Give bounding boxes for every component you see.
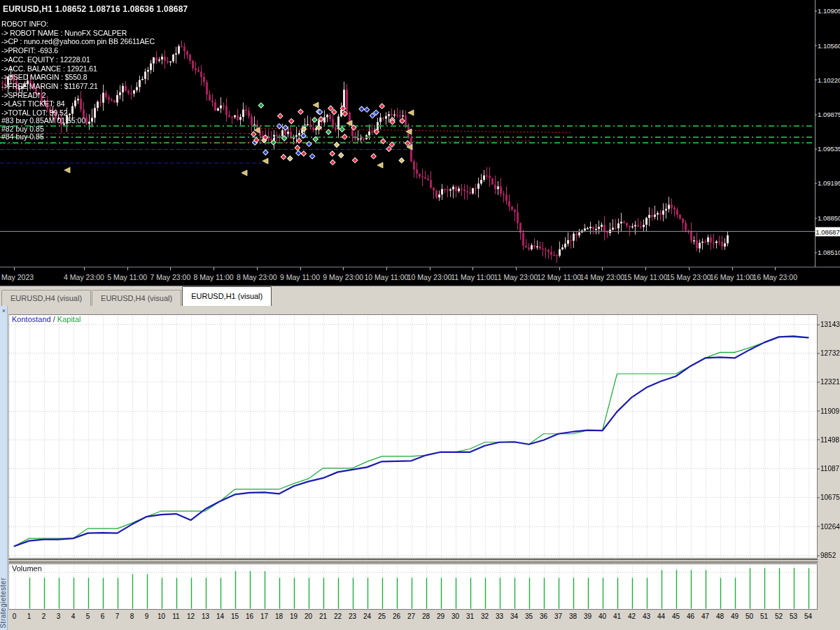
trade-index-label: 53 [790, 612, 797, 620]
equity-tick-label: 10675 [820, 493, 840, 501]
time-axis-tick [214, 267, 214, 270]
chart-tab-active[interactable]: EURUSD,H1 (visual) [182, 286, 272, 306]
trade-index-label: 50 [746, 612, 753, 620]
equity-tick-label: 11909 [820, 407, 839, 414]
legend-kontostand: Kontostand [12, 315, 51, 323]
trade-index-label: 5 [86, 612, 90, 620]
trade-index-label: 47 [701, 612, 709, 620]
price-chart-panel: EURUSD,H1 1.08652 1.08716 1.08636 1.0868… [0, 0, 840, 267]
price-tick-label: 1.09875 [818, 111, 840, 118]
time-axis-tick [472, 267, 473, 270]
trade-index-label: 38 [569, 612, 577, 620]
symbol-ohlc-readout: EURUSD,H1 1.08652 1.08716 1.08636 1.0868… [3, 4, 188, 14]
robot-info-overlay: ROBOT INFO: -> ROBOT NAME : NunoFX SCALP… [1, 20, 155, 118]
time-axis[interactable]: May 20234 May 23:005 May 11:007 May 23:0… [0, 267, 840, 286]
trade-index-label: 15 [231, 612, 239, 620]
trade-index-label: 51 [760, 612, 768, 620]
trade-index-label: 18 [275, 612, 283, 620]
trade-index-label: 7 [115, 612, 120, 620]
time-axis-tick [300, 267, 301, 270]
time-axis-tick [602, 267, 603, 270]
time-axis-tick [430, 267, 430, 270]
time-axis-label: 15 May 23:00 [666, 273, 711, 281]
price-tick-label: 1.10220 [818, 76, 840, 83]
time-axis-label: 14 May 23:00 [580, 273, 625, 281]
trade-index-label: 41 [613, 612, 621, 620]
time-axis-tick [689, 267, 690, 270]
time-axis-label: 5 May 11:00 [107, 273, 147, 281]
time-axis-label: 10 May 11:00 [364, 273, 408, 281]
price-tick-label: 1.09195 [818, 179, 840, 187]
trade-index-label: 2 [42, 612, 46, 620]
trade-index-label: 48 [716, 612, 724, 620]
trade-index-label: 19 [290, 612, 298, 620]
tester-sidebar[interactable]: × Strategietester [0, 306, 8, 630]
trade-index-label: 24 [363, 612, 371, 620]
time-axis-label: 16 May 23:00 [752, 273, 797, 281]
time-axis-tick [559, 267, 560, 270]
equity-tick-label: 13143 [820, 321, 840, 328]
price-tick-label: 1.10560 [818, 41, 840, 49]
time-axis-tick [84, 267, 85, 270]
trade-index-label: 27 [407, 612, 415, 620]
trade-index-label: 34 [510, 612, 518, 620]
time-axis-tick [386, 267, 387, 270]
trade-index-label: 32 [481, 612, 489, 620]
chart-tab-strip: EURUSD,H4 (visual)EURUSD,H4 (visual)EURU… [0, 286, 840, 306]
tester-sidebar-label: Strategietester [0, 578, 7, 629]
trade-index-label: 40 [598, 612, 606, 620]
trade-index-label: 25 [378, 612, 386, 620]
price-tick-label: 1.08510 [818, 248, 840, 256]
trade-index-label: 39 [584, 612, 592, 620]
equity-legend: Kontostand / Kapital [12, 315, 80, 323]
equity-tick-label: 11087 [820, 465, 839, 472]
legend-kapital: Kapital [57, 315, 81, 323]
equity-value-axis: 1314312732123211190911498110871067510264… [820, 306, 840, 630]
trade-index-label: 28 [422, 612, 430, 620]
time-axis-label: 8 May 11:00 [194, 273, 234, 281]
trade-index-label: 17 [260, 612, 268, 620]
trade-index-label: 4 [71, 612, 76, 620]
trade-index-label: 11 [172, 612, 179, 620]
time-axis-tick [343, 267, 344, 270]
time-axis-label: 8 May 23:00 [237, 273, 277, 281]
time-axis-tick [170, 267, 171, 270]
legend-separator: / [51, 315, 57, 323]
trade-index-label: 8 [130, 612, 134, 620]
time-axis-label: 9 May 11:00 [280, 273, 320, 281]
equity-tick-label: 12321 [820, 378, 840, 386]
time-axis-label: 4 May 23:00 [64, 273, 104, 281]
time-axis-tick [127, 267, 128, 270]
trade-index-label: 0 [13, 612, 17, 620]
trade-index-label: 21 [319, 612, 327, 620]
equity-tick-label: 11498 [820, 435, 839, 443]
time-axis-label: 10 May 23:00 [407, 273, 452, 281]
equity-tick-label: 12732 [820, 349, 840, 357]
trade-index-label: 9 [145, 612, 149, 620]
chart-tab[interactable]: EURUSD,H4 (visual) [92, 290, 181, 306]
trade-index-label: 3 [57, 612, 61, 620]
chart-tab[interactable]: EURUSD,H4 (visual) [1, 290, 91, 306]
trade-index-label: 10 [158, 612, 165, 620]
time-axis-label: 16 May 11:00 [710, 273, 754, 281]
time-axis-label: 9 May 23:00 [323, 273, 363, 281]
price-tick-label: 1.10905 [818, 7, 840, 15]
close-icon[interactable]: × [1, 308, 7, 314]
equity-curve-chart[interactable] [8, 312, 818, 611]
price-tick-label: 1.09535 [818, 145, 840, 153]
trade-index-label: 54 [804, 612, 812, 620]
current-price-badge: 1.08687 [816, 227, 840, 236]
trade-index-label: 43 [643, 612, 650, 620]
trade-index-label: 37 [554, 612, 562, 620]
trade-index-label: 36 [540, 612, 547, 620]
time-axis-tick [732, 267, 733, 270]
strategy-tester-panel: × Strategietester Kontostand / Kapital V… [0, 306, 840, 630]
trade-index-label: 46 [687, 612, 694, 620]
time-axis-label: 12 May 11:00 [537, 273, 581, 281]
trade-index-label: 31 [466, 612, 474, 620]
trade-index-label: 49 [731, 612, 738, 620]
time-axis-tick [645, 267, 646, 270]
trade-index-label: 45 [672, 612, 680, 620]
time-axis-label: 11 May 23:00 [494, 273, 538, 281]
trade-label: #84 buy 0.85 [1, 132, 44, 141]
